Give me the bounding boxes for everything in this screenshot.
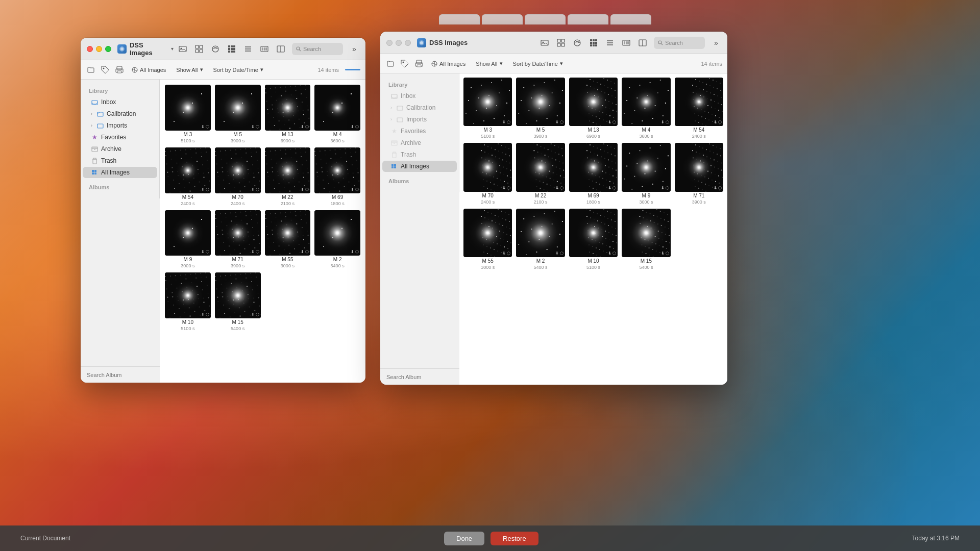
left-search-bar[interactable]: Search [292,43,343,55]
left-more-icon[interactable]: » [349,44,359,54]
right-close-button[interactable] [386,40,393,46]
right-filmstrip-icon[interactable] [621,38,631,48]
right-item-count: 14 items [701,61,722,67]
image-thumbnail: ⬇⬡ [569,78,618,126]
right-sidebar-all-images[interactable]: All Images [382,161,457,172]
left-close-button[interactable] [87,46,93,52]
left-sidebar-archive[interactable]: Archive [83,143,157,155]
left-filmstrip-icon[interactable] [259,44,270,54]
right-search-album-input[interactable] [386,374,457,380]
left-sidebar-trash[interactable]: Trash [83,155,157,166]
right-split-icon[interactable] [638,38,648,48]
right-more-icon[interactable]: » [711,38,721,48]
image-cell-M-4[interactable]: ⬇⬡M 43600 s [622,78,670,139]
image-cell-M-54[interactable]: ⬇⬡M 542400 s [165,147,211,206]
image-cell-M-9[interactable]: ⬇⬡M 93000 s [165,210,211,269]
image-thumbnail: ⬇⬡ [463,143,512,191]
right-fullscreen-button[interactable] [405,40,411,46]
left-sidebar-inbox[interactable]: Inbox [83,96,157,108]
right-search-bar[interactable]: Search [654,37,705,49]
right-photo-icon[interactable] [540,38,550,48]
image-cell-M-2[interactable]: ⬇⬡M 25400 s [314,210,360,269]
left-split-icon[interactable] [276,44,286,54]
image-cell-M-55[interactable]: ⬇⬡M 553000 s [265,210,311,269]
thumb-icon-bar: ⬇⬡ [502,251,510,256]
right-sidebar-favorites[interactable]: ★ Favorites [382,126,457,137]
right-list-icon[interactable] [605,38,615,48]
right-all-images-filter[interactable]: All Images [428,60,469,68]
image-cell-M-70[interactable]: ⬇⬡M 702400 s [463,143,512,204]
left-search-album-bar[interactable] [81,366,160,383]
right-print-icon[interactable] [414,59,424,69]
right-sidebar-calibration[interactable]: › Calibration [382,102,457,113]
image-cell-M-9[interactable]: ⬇⬡M 93000 s [622,143,670,204]
right-tag-icon[interactable] [400,59,410,69]
image-cell-M-10[interactable]: ⬇⬡M 105100 s [569,209,618,270]
right-radio-icon[interactable] [572,38,582,48]
image-cell-M-22[interactable]: ⬇⬡M 222100 s [265,147,311,206]
image-cell-M-10[interactable]: ⬇⬡M 105100 s [165,272,211,331]
image-cell-M-13[interactable]: ⬇⬡M 136900 s [569,78,618,139]
left-sort-btn[interactable]: Sort by Date/Time ▾ [210,65,266,74]
left-search-album-input[interactable] [87,372,157,378]
restore-button[interactable]: Restore [491,532,538,545]
left-sidebar-favorites[interactable]: ★ Favorites [83,132,157,143]
left-sidebar-wrapper: Library Inbox › Calibration [81,80,160,383]
image-cell-M-71[interactable]: ⬇⬡M 713900 s [675,143,723,204]
left-new-folder-icon[interactable] [86,65,96,75]
right-show-all-btn[interactable]: Show All ▾ [473,59,505,68]
left-show-all-btn[interactable]: Show All ▾ [173,65,206,74]
right-new-folder-icon[interactable] [385,59,396,69]
image-cell-M-71[interactable]: ⬇⬡M 713900 s [215,210,261,269]
image-cell-M-22[interactable]: ⬇⬡M 222100 s [516,143,565,204]
right-grid-icon[interactable] [589,38,599,48]
image-cell-M-15[interactable]: ⬇⬡M 155400 s [215,272,261,331]
left-sidebar-all-images[interactable]: All Images [83,167,157,178]
left-tag-icon[interactable] [100,65,110,75]
image-cell-M-55[interactable]: ⬇⬡M 553000 s [463,209,512,270]
left-list-icon[interactable] [243,44,253,54]
version-tab[interactable] [525,14,566,24]
left-fullscreen-button[interactable] [105,46,111,52]
cube-icon: ⬡ [256,187,259,192]
left-minimize-button[interactable] [96,46,102,52]
version-tab[interactable] [610,14,651,24]
image-cell-M-70[interactable]: ⬇⬡M 702400 s [215,147,261,206]
thumb-icon-bar: ⬇⬡ [661,186,669,190]
image-cell-M-69[interactable]: ⬇⬡M 691800 s [569,143,618,204]
right-main-content: Library Inbox › Calibration [380,73,727,385]
right-sort-btn[interactable]: Sort by Date/Time ▾ [510,59,566,68]
right-library-icon[interactable] [556,38,566,48]
version-tab[interactable] [439,14,480,24]
image-thumbnail: ⬇⬡ [314,147,360,193]
image-cell-M-69[interactable]: ⬇⬡M 691800 s [314,147,360,206]
left-sidebar-imports[interactable]: › Imports [83,120,157,131]
image-cell-M-5[interactable]: ⬇⬡M 53900 s [516,78,565,139]
image-cell-M-5[interactable]: ⬇⬡M 53900 s [215,85,261,143]
image-thumbnail: ⬇⬡ [622,143,670,191]
image-cell-M-15[interactable]: ⬇⬡M 155400 s [622,209,670,270]
right-minimize-button[interactable] [396,40,402,46]
right-sidebar-trash[interactable]: Trash [382,149,457,160]
image-cell-M-2[interactable]: ⬇⬡M 25400 s [516,209,565,270]
version-tab[interactable] [482,14,523,24]
right-search-album-bar[interactable] [380,368,459,385]
right-sidebar-archive[interactable]: Archive [382,137,457,148]
left-sidebar-calibration[interactable]: › Calibration [83,108,157,119]
left-all-images-filter[interactable]: All Images [129,66,169,74]
left-radio-icon[interactable] [210,44,220,54]
image-cell-M-13[interactable]: ⬇⬡M 136900 s [265,85,311,143]
done-button[interactable]: Done [444,532,484,545]
left-grid-icon[interactable] [227,44,237,54]
right-sidebar-inbox[interactable]: Inbox [382,90,457,102]
image-cell-M-4[interactable]: ⬇⬡M 43600 s [314,85,360,143]
left-photo-icon[interactable] [178,44,188,54]
left-print-icon[interactable] [114,65,125,75]
right-sidebar-imports[interactable]: › Imports [382,114,457,125]
image-cell-M-3[interactable]: ⬇⬡M 35100 s [165,85,211,143]
image-cell-M-3[interactable]: ⬇⬡M 35100 s [463,78,512,139]
image-cell-M-54[interactable]: ⬇⬡M 542400 s [675,78,723,139]
version-tab[interactable] [568,14,608,24]
left-library-icon[interactable] [194,44,204,54]
left-title-chevron[interactable]: ▾ [171,46,174,52]
